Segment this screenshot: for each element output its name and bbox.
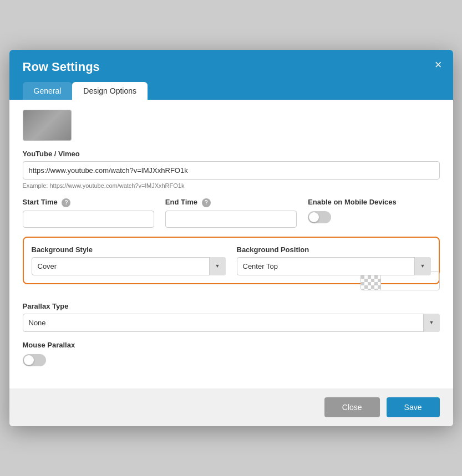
tab-general[interactable]: General xyxy=(23,82,73,100)
close-button[interactable]: Close xyxy=(324,397,380,417)
parallax-type-select[interactable]: None Simple Simple with Fade Scroll Scro… xyxy=(23,314,440,332)
mouse-parallax-group: Mouse Parallax xyxy=(23,341,440,366)
start-time-label: Start Time ? xyxy=(23,198,154,207)
parallax-type-select-wrapper: None Simple Simple with Fade Scroll Scro… xyxy=(23,314,440,332)
background-style-label: Background Style xyxy=(32,245,226,254)
end-time-input[interactable] xyxy=(165,211,297,228)
background-style-position-row: Background Style Cover Contain Auto Repe… xyxy=(32,245,431,275)
mobile-toggle-wrap xyxy=(308,209,439,223)
end-time-help-icon[interactable]: ? xyxy=(202,198,211,207)
save-button[interactable]: Save xyxy=(387,397,440,417)
start-time-input[interactable] xyxy=(23,211,154,228)
end-time-group: End Time ? xyxy=(165,198,297,228)
modal-body: YouTube / Vimeo Example: https://www.you… xyxy=(9,100,453,388)
mobile-devices-group: Enable on Mobile Devices xyxy=(308,198,439,223)
time-mobile-row: Start Time ? End Time ? Enable on Mobile… xyxy=(23,198,440,228)
modal-footer: Close Save xyxy=(9,388,453,426)
modal-title: Row Settings xyxy=(23,60,440,74)
background-style-select-wrapper: Cover Contain Auto Repeat No Repeat xyxy=(32,257,226,275)
mouse-parallax-toggle[interactable] xyxy=(23,354,46,366)
tab-design-options[interactable]: Design Options xyxy=(72,82,148,100)
parallax-type-label: Parallax Type xyxy=(23,302,440,310)
modal-header: Row Settings × General Design Options xyxy=(9,50,453,100)
mouse-parallax-label: Mouse Parallax xyxy=(23,341,440,349)
tabs-container: General Design Options xyxy=(23,82,440,100)
background-style-group: Background Style Cover Contain Auto Repe… xyxy=(32,245,226,275)
mobile-devices-label: Enable on Mobile Devices xyxy=(308,198,439,206)
start-time-help-icon[interactable]: ? xyxy=(62,198,70,207)
thumbnail-image xyxy=(23,110,71,140)
end-time-label: End Time ? xyxy=(165,198,297,207)
background-position-select[interactable]: Center Top Center Center Center Bottom L… xyxy=(237,257,431,275)
background-position-select-wrapper: Center Top Center Center Center Bottom L… xyxy=(237,257,431,275)
mouse-parallax-toggle-wrap xyxy=(23,352,440,366)
start-time-group: Start Time ? xyxy=(23,198,154,228)
youtube-vimeo-label: YouTube / Vimeo xyxy=(23,150,440,158)
background-position-label: Background Position xyxy=(237,245,431,254)
mobile-devices-toggle[interactable] xyxy=(308,211,331,223)
close-icon[interactable]: × xyxy=(435,59,442,71)
parallax-type-group: Parallax Type None Simple Simple with Fa… xyxy=(23,302,440,332)
thumbnail-preview xyxy=(23,110,72,141)
background-position-group: Background Position Center Top Center Ce… xyxy=(237,245,431,275)
youtube-vimeo-example: Example: https://www.youtube.com/watch?v… xyxy=(23,182,440,189)
background-style-select[interactable]: Cover Contain Auto Repeat No Repeat xyxy=(32,257,226,275)
youtube-vimeo-input[interactable] xyxy=(23,161,440,180)
row-settings-modal: Row Settings × General Design Options Yo… xyxy=(9,50,453,426)
youtube-vimeo-group: YouTube / Vimeo Example: https://www.you… xyxy=(23,150,440,189)
